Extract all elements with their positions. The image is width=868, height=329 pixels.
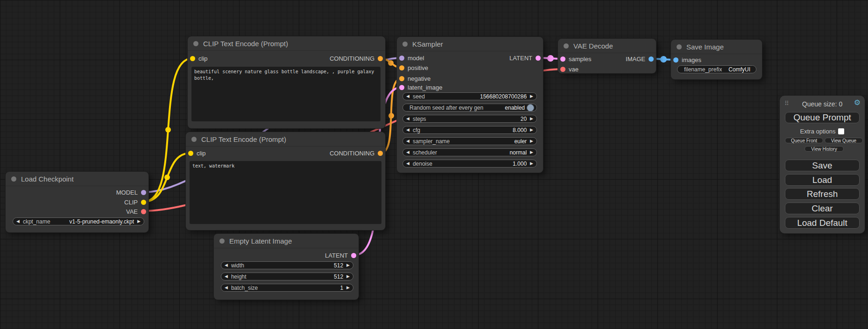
- refresh-button[interactable]: Refresh: [785, 188, 860, 200]
- load-button[interactable]: Load: [785, 174, 860, 186]
- vae-port-icon[interactable]: [560, 67, 565, 72]
- seed-widget[interactable]: ◀ seed 156680208700286 ▶: [402, 92, 537, 100]
- collapse-dot-icon[interactable]: [219, 238, 225, 244]
- model-port-icon[interactable]: [399, 56, 404, 61]
- clip-port-icon[interactable]: [188, 151, 193, 156]
- sampler-name-widget[interactable]: ◀ sampler_name euler ▶: [402, 137, 537, 145]
- width-widget[interactable]: ◀ width 512 ▶: [221, 261, 353, 269]
- node-ksampler[interactable]: KSampler model LATENT positive negative …: [397, 37, 543, 173]
- decrement-arrow-icon[interactable]: ◀: [406, 117, 409, 121]
- input-label: images: [682, 56, 701, 63]
- decrement-arrow-icon[interactable]: ◀: [16, 219, 20, 224]
- node-save-image[interactable]: Save Image images filename_prefix ComfyU…: [671, 40, 762, 79]
- wire-dot-cond-positive: [388, 60, 394, 66]
- widget-value: 512: [334, 273, 343, 280]
- vae-port-icon[interactable]: [141, 209, 146, 214]
- increment-arrow-icon[interactable]: ▶: [530, 128, 533, 132]
- queue-front-button[interactable]: Queue Front: [785, 138, 823, 143]
- latent-port-icon[interactable]: [399, 85, 404, 90]
- node-title-bar[interactable]: KSampler: [397, 37, 543, 51]
- node-title-bar[interactable]: Save Image: [671, 40, 762, 54]
- latent-port-icon[interactable]: [560, 56, 565, 62]
- load-default-button[interactable]: Load Default: [785, 217, 860, 229]
- cfg-widget[interactable]: ◀ cfg 8.000 ▶: [402, 126, 537, 134]
- increment-arrow-icon[interactable]: ▶: [530, 150, 533, 154]
- clear-button[interactable]: Clear: [785, 203, 860, 214]
- positive-prompt-textarea[interactable]: beautiful scenery nature glass bottle la…: [191, 67, 381, 121]
- random-seed-widget[interactable]: Random seed after every gen enabled: [402, 104, 537, 112]
- node-clip-text-encode-negative[interactable]: CLIP Text Encode (Prompt) clip CONDITION…: [186, 132, 385, 230]
- node-title-bar[interactable]: CLIP Text Encode (Prompt): [188, 36, 385, 51]
- increment-arrow-icon[interactable]: ▶: [530, 117, 533, 121]
- widget-label: height: [231, 273, 247, 280]
- node-title-bar[interactable]: CLIP Text Encode (Prompt): [186, 132, 385, 147]
- decrement-arrow-icon[interactable]: ◀: [406, 150, 409, 154]
- widget-value: 1: [340, 285, 343, 291]
- input-label: negative: [408, 75, 430, 82]
- widget-value: enabled: [505, 105, 525, 111]
- latent-port-icon[interactable]: [536, 56, 541, 61]
- negative-prompt-textarea[interactable]: text, watermark: [190, 161, 381, 224]
- node-graph-canvas[interactable]: Load Checkpoint MODEL CLIP VAE ◀ ckpt_na…: [0, 0, 868, 329]
- widget-value: euler: [514, 138, 527, 145]
- save-button[interactable]: Save: [785, 160, 860, 171]
- collapse-dot-icon[interactable]: [191, 137, 197, 142]
- io-row: clip CONDITIONING: [188, 150, 383, 156]
- increment-arrow-icon[interactable]: ▶: [137, 219, 141, 224]
- conditioning-port-icon[interactable]: [378, 151, 383, 156]
- decrement-arrow-icon[interactable]: ◀: [225, 274, 228, 279]
- node-clip-text-encode-positive[interactable]: CLIP Text Encode (Prompt) clip CONDITION…: [188, 36, 385, 128]
- collapse-dot-icon[interactable]: [564, 43, 569, 49]
- steps-widget[interactable]: ◀ steps 20 ▶: [402, 115, 537, 123]
- latent-port-icon[interactable]: [351, 253, 356, 258]
- settings-gear-icon[interactable]: ⚙: [854, 99, 861, 106]
- view-queue-button[interactable]: View Queue: [825, 138, 863, 143]
- conditioning-port-icon[interactable]: [378, 56, 383, 61]
- conditioning-port-icon[interactable]: [399, 65, 404, 70]
- decrement-arrow-icon[interactable]: ◀: [406, 139, 409, 143]
- decrement-arrow-icon[interactable]: ◀: [406, 94, 409, 98]
- random-seed-toggle-icon[interactable]: [527, 104, 534, 112]
- denoise-widget[interactable]: ◀ denoise 1.000 ▶: [402, 160, 537, 168]
- queue-prompt-button[interactable]: Queue Prompt: [785, 112, 860, 123]
- node-vae-decode[interactable]: VAE Decode samples IMAGE vae: [558, 39, 656, 73]
- conditioning-port-icon[interactable]: [399, 76, 404, 81]
- increment-arrow-icon[interactable]: ▶: [530, 94, 533, 98]
- increment-arrow-icon[interactable]: ▶: [346, 274, 350, 279]
- collapse-dot-icon[interactable]: [193, 41, 198, 46]
- widget-label: sampler_name: [413, 138, 450, 145]
- widget-label: batch_size: [231, 285, 258, 291]
- collapse-dot-icon[interactable]: [677, 44, 682, 49]
- decrement-arrow-icon[interactable]: ◀: [406, 161, 409, 166]
- scheduler-widget[interactable]: ◀ scheduler normal ▶: [402, 148, 537, 156]
- output-clip: CLIP: [124, 199, 146, 205]
- ckpt-name-widget[interactable]: ◀ ckpt_name v1-5-pruned-emaonly.ckpt ▶: [13, 217, 144, 225]
- clip-port-icon[interactable]: [190, 56, 195, 61]
- view-history-button[interactable]: View History: [804, 146, 844, 152]
- image-port-icon[interactable]: [673, 57, 678, 63]
- node-title-bar[interactable]: VAE Decode: [558, 39, 656, 53]
- model-port-icon[interactable]: [141, 190, 146, 195]
- decrement-arrow-icon[interactable]: ◀: [225, 286, 228, 290]
- height-widget[interactable]: ◀ height 512 ▶: [221, 273, 353, 280]
- node-load-checkpoint[interactable]: Load Checkpoint MODEL CLIP VAE ◀ ckpt_na…: [6, 172, 148, 232]
- extra-options-checkbox[interactable]: [838, 128, 844, 134]
- increment-arrow-icon[interactable]: ▶: [346, 263, 350, 267]
- node-title: VAE Decode: [573, 42, 613, 50]
- batch-size-widget[interactable]: ◀ batch_size 1 ▶: [221, 284, 353, 292]
- node-title-bar[interactable]: Empty Latent Image: [214, 234, 359, 248]
- clip-port-icon[interactable]: [141, 200, 146, 205]
- image-port-icon[interactable]: [649, 56, 654, 62]
- extra-options-row: Extra options: [780, 128, 865, 134]
- increment-arrow-icon[interactable]: ▶: [530, 161, 533, 166]
- increment-arrow-icon[interactable]: ▶: [530, 139, 533, 143]
- node-title-bar[interactable]: Load Checkpoint: [6, 172, 148, 186]
- collapse-dot-icon[interactable]: [402, 42, 408, 47]
- collapse-dot-icon[interactable]: [11, 176, 16, 182]
- decrement-arrow-icon[interactable]: ◀: [225, 263, 228, 267]
- increment-arrow-icon[interactable]: ▶: [346, 286, 350, 290]
- filename-prefix-widget[interactable]: filename_prefix ComfyUI: [677, 65, 756, 73]
- decrement-arrow-icon[interactable]: ◀: [406, 128, 409, 132]
- node-empty-latent-image[interactable]: Empty Latent Image LATENT ◀ width 512 ▶ …: [214, 234, 359, 300]
- drag-handle-icon[interactable]: ⠿: [784, 100, 789, 106]
